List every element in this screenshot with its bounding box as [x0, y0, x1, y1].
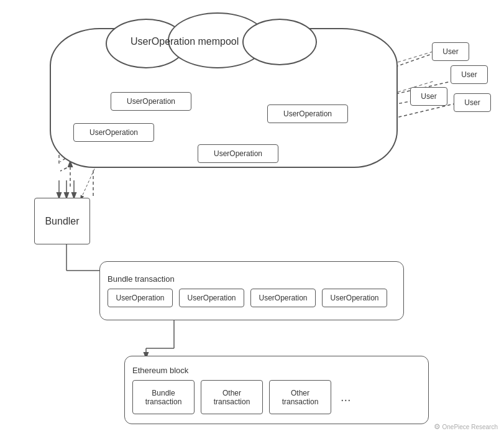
bundle-userop-1: UserOperation [108, 289, 173, 307]
bundle-userop-4: UserOperation [322, 289, 387, 307]
bundler-box: Bundler [34, 198, 90, 244]
bundle-userop-3: UserOperation [250, 289, 316, 307]
user-1: User [432, 42, 469, 61]
userop-cloud-3: UserOperation [73, 123, 154, 142]
svg-line-24 [81, 165, 96, 199]
userop-cloud-1: UserOperation [111, 92, 191, 111]
eth-block-item-3: Othertransaction [269, 380, 331, 414]
watermark: ⚙ OnePiece Research [434, 422, 498, 431]
cloud-bump-3 [242, 19, 317, 65]
bundle-transaction-label: Bundle transaction [108, 274, 175, 284]
user-4: User [454, 93, 491, 112]
bundle-transaction-box: Bundle transaction UserOperation UserOpe… [99, 261, 404, 320]
userop-cloud-2: UserOperation [267, 104, 348, 123]
eth-block-item-2: Othertransaction [201, 380, 263, 414]
userop-cloud-4: UserOperation [198, 144, 278, 163]
bundle-userop-2: UserOperation [179, 289, 244, 307]
ethereum-block-label: Ethereum block [132, 366, 188, 375]
cloud-label: UserOperation mempool [131, 36, 239, 47]
svg-line-9 [398, 51, 435, 62]
eth-block-item-1: Bundletransaction [132, 380, 195, 414]
user-3: User [410, 87, 447, 106]
ethereum-block-box: Ethereum block Bundletransaction Othertr… [124, 356, 429, 424]
diagram: UserOperation mempool UserOperation User… [0, 0, 504, 436]
ellipsis: ... [341, 390, 351, 404]
user-2: User [451, 65, 488, 84]
